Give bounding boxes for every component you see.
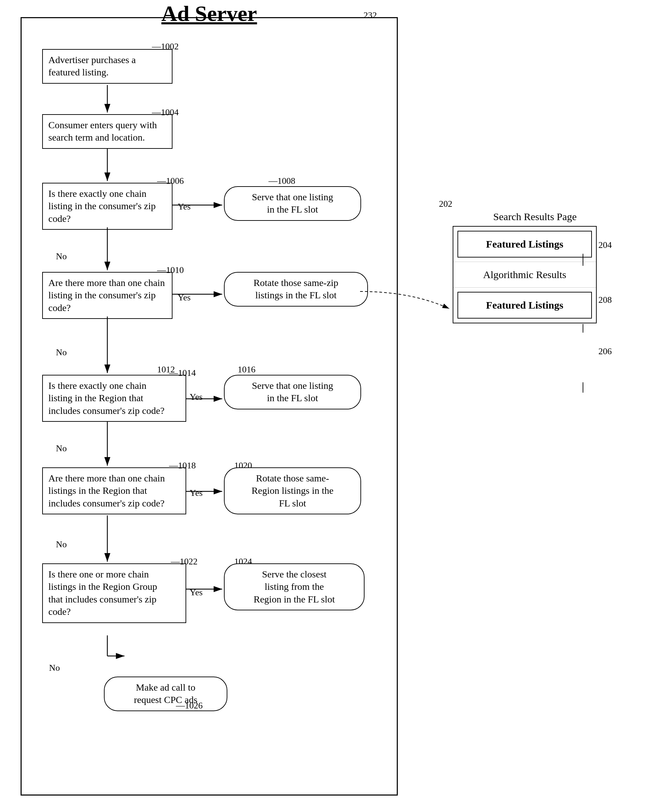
ref-1016: 1016 bbox=[238, 365, 256, 375]
label-no-1014: No bbox=[56, 443, 67, 454]
sr-featured-top: Featured Listings bbox=[458, 231, 592, 257]
ref-1018: —1018 bbox=[169, 461, 196, 471]
ref-1026: —1026 bbox=[176, 701, 202, 711]
search-results-title: Search Results Page bbox=[453, 211, 617, 222]
search-results-box: Featured Listings Algorithmic Results Fe… bbox=[453, 226, 597, 323]
box-1010: Are there more than one chainlisting in … bbox=[42, 272, 173, 319]
label-no-1006: No bbox=[56, 251, 67, 262]
box-1008: Serve that one listingin the FL slot bbox=[224, 186, 361, 221]
box-1018: Are there more than one chainlistings in… bbox=[42, 467, 186, 514]
ad-server-box: Ad Server Advertiser purchases afeatured… bbox=[21, 17, 398, 795]
label-no-1022: No bbox=[49, 663, 60, 673]
search-results-container: 202 Search Results Page Featured Listing… bbox=[439, 199, 617, 323]
box-1011: Rotate those same-ziplistings in the FL … bbox=[224, 272, 368, 307]
ad-server-title: Ad Server bbox=[161, 1, 257, 27]
box-1024: Serve the closestlisting from theRegion … bbox=[224, 563, 365, 610]
label-no-1018: No bbox=[56, 539, 67, 550]
label-no-1010: No bbox=[56, 347, 67, 358]
ref-1004: —1004 bbox=[152, 107, 179, 118]
box-1004: Consumer enters query withsearch term an… bbox=[42, 114, 173, 149]
label-yes-1014: Yes bbox=[190, 392, 202, 402]
box-1014: Is there exactly one chainlisting in the… bbox=[42, 375, 186, 422]
box-1026: Make ad call torequest CPC ads bbox=[104, 676, 227, 711]
label-yes-1006: Yes bbox=[178, 202, 191, 212]
ref-1008: —1008 bbox=[269, 176, 295, 186]
page-container: 232 Ad Server Advertiser purchases afeat… bbox=[0, 0, 667, 812]
ref-206: 206 bbox=[598, 346, 612, 356]
ref-208: 208 bbox=[598, 295, 612, 305]
label-yes-1022: Yes bbox=[190, 587, 202, 598]
ref-1006: —1006 bbox=[157, 176, 184, 186]
sr-featured-bottom: Featured Listings bbox=[458, 292, 592, 318]
box-1002: Advertiser purchases afeatured listing. bbox=[42, 49, 173, 84]
ref-1022: —1022 bbox=[171, 557, 197, 567]
label-yes-1018: Yes bbox=[190, 488, 202, 498]
box-1022: Is there one or more chainlistings in th… bbox=[42, 563, 186, 623]
ref-1010: —1010 bbox=[157, 265, 184, 275]
ref-204: 204 bbox=[598, 240, 612, 250]
ref-202: 202 bbox=[439, 199, 617, 209]
box-1020: Rotate those same-Region listings in the… bbox=[224, 467, 361, 514]
ref-1014: —1014 bbox=[169, 368, 196, 378]
box-1006: Is there exactly one chainlisting in the… bbox=[42, 183, 173, 230]
sr-algorithmic: Algorithmic Results bbox=[453, 262, 596, 288]
ref-1002: —1002 bbox=[152, 41, 179, 52]
box-1016: Serve that one listingin the FL slot bbox=[224, 375, 361, 409]
label-yes-1010: Yes bbox=[178, 293, 191, 303]
